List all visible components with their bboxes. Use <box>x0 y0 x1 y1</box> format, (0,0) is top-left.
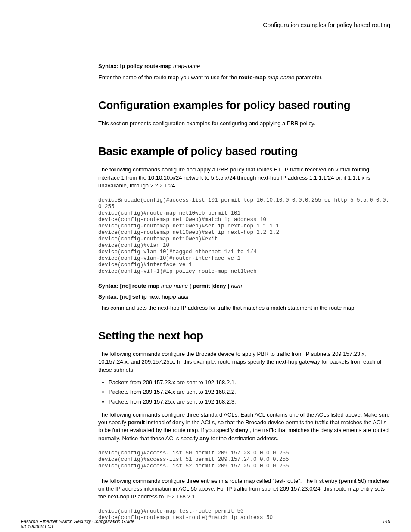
section3-para2: The following commands configure three s… <box>98 411 390 442</box>
section2-para: The following commands configure and app… <box>98 166 390 190</box>
page-header: Configuration examples for policy based … <box>21 22 390 28</box>
syntax-arg: ip-addr <box>171 293 189 300</box>
text: parameter. <box>294 74 323 81</box>
syntax-bold: Syntax: [no] set ip next hop <box>98 293 171 300</box>
after-syntax-para: This command sets the next-hop IP addres… <box>98 304 390 312</box>
section3-para1: The following commands configure the Bro… <box>98 350 390 374</box>
code-block-acls: device(config)#access-list 50 permit 209… <box>98 450 390 470</box>
heading-config-examples: Configuration examples for policy based … <box>98 99 390 112</box>
syntax-bold: Syntax: ip policy route-map <box>98 63 171 69</box>
syntax-arg: map-name <box>173 63 200 69</box>
bold-text: deny <box>235 427 248 433</box>
list-item: Packets from 209.157.24.x are sent to 19… <box>109 388 390 397</box>
list-item: Packets from 209.157.23.x are sent to 19… <box>109 378 390 387</box>
text: } <box>226 283 231 289</box>
syntax-bold: permit <box>193 283 210 289</box>
page-footer: 149 FastIron Ethernet Switch Security Co… <box>21 519 390 529</box>
code-block-basic: deviceBrocade(config)#access-list 101 pe… <box>98 197 390 275</box>
bold-text: route-map <box>239 74 266 81</box>
page-number: 149 <box>383 519 390 524</box>
section1-para: This section presents configuration exam… <box>98 120 390 128</box>
heading-basic-example: Basic example of policy based routing <box>98 145 390 158</box>
syntax-set-ip-next-hop: Syntax: [no] set ip next hopip-addr <box>98 293 390 300</box>
content-area: Syntax: ip policy route-map map-name Ent… <box>21 63 390 521</box>
text: Enter the name of the route map you want… <box>98 74 239 81</box>
bullet-list: Packets from 209.157.23.x are sent to 19… <box>98 378 390 407</box>
intro-paragraph: Enter the name of the route map you want… <box>98 74 390 81</box>
syntax-ip-policy: Syntax: ip policy route-map map-name <box>98 63 390 69</box>
document-page: Configuration examples for policy based … <box>0 0 411 532</box>
bold-text: permit <box>128 419 145 426</box>
footer-title: FastIron Ethernet Switch Security Config… <box>21 519 134 524</box>
syntax-arg: num <box>231 283 242 289</box>
list-item: Packets from 209.157.25.x are sent to 19… <box>109 398 390 407</box>
text: for the destination address. <box>209 435 278 442</box>
text: { <box>190 283 193 289</box>
syntax-arg: map-name <box>159 283 189 289</box>
footer-docid: 53-1003088-03 <box>21 524 53 529</box>
syntax-bold: deny <box>213 283 226 289</box>
section3-para3: The following commands configure three e… <box>98 477 390 501</box>
heading-setting-next-hop: Setting the next hop <box>98 329 390 342</box>
syntax-route-map: Syntax: [no] route-map map-name { permit… <box>98 283 390 289</box>
bold-text: any <box>199 435 209 442</box>
italic-text: map-name <box>266 74 294 81</box>
syntax-bold: Syntax: [no] route-map <box>98 283 159 289</box>
